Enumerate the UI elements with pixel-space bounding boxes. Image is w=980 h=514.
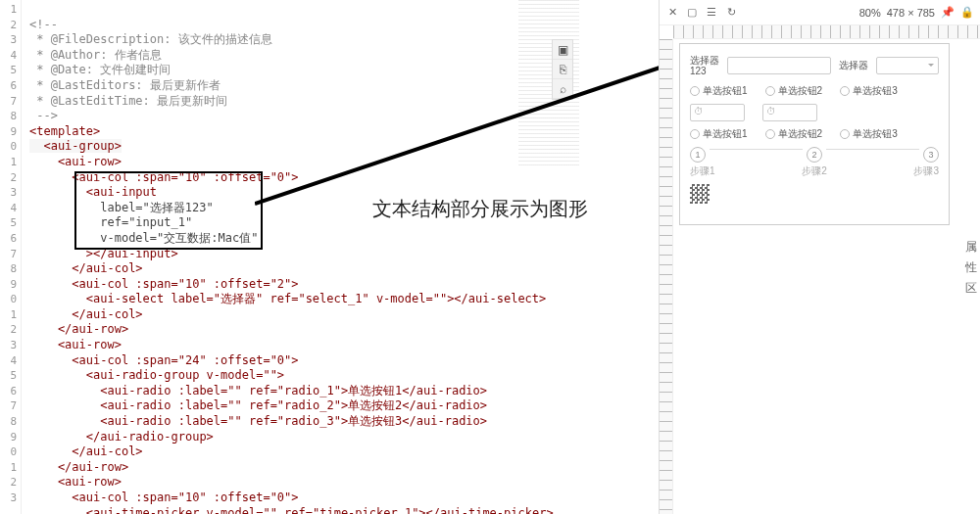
code-line: </aui-row>	[29, 460, 128, 474]
select-dropdown[interactable]	[876, 57, 939, 74]
step-label: 步骤2	[802, 164, 827, 178]
zoom-level[interactable]: 80%	[859, 7, 881, 19]
code-line: <aui-group>	[29, 139, 122, 153]
code-line: <!--	[29, 18, 58, 31]
step-item[interactable]: 3	[923, 147, 939, 163]
code-line: ref="input_1"	[29, 215, 192, 229]
radio-option[interactable]: 单选按钮3	[840, 84, 898, 98]
line-number: 3	[0, 338, 17, 353]
bounds-icon[interactable]: ▢	[685, 6, 699, 20]
line-number: 1	[0, 155, 17, 170]
step-label: 步骤1	[690, 164, 715, 178]
line-number: 9	[0, 277, 17, 293]
line-gutter: 1 2 3 4 5 6 7 8 9 0 1 2 3 4 5 6 7 8 9 0 …	[0, 0, 22, 514]
line-number: 2	[0, 475, 17, 491]
line-number: 8	[0, 109, 17, 124]
code-line: <aui-radio :label="" ref="radio_3">单选按钮3…	[29, 414, 487, 428]
radio-icon	[690, 129, 700, 139]
time-picker[interactable]	[690, 104, 745, 121]
toolbar-icon[interactable]: ⎘	[553, 60, 572, 79]
line-number: 2	[0, 18, 17, 33]
radio-option[interactable]: 单选按钮1	[690, 84, 748, 98]
ruler-vertical	[660, 39, 673, 514]
code-line: <aui-radio-group v-model="">	[29, 368, 284, 382]
text-input[interactable]	[727, 57, 831, 74]
step-number: 2	[807, 147, 822, 163]
radio-icon	[765, 86, 775, 96]
radio-icon	[765, 129, 775, 139]
radio-label: 单选按钮2	[778, 84, 823, 98]
radio-label: 单选按钮1	[703, 84, 748, 98]
code-line: <aui-col :span="10" :offset="2">	[29, 277, 299, 291]
radio-option[interactable]: 单选按钮2	[765, 84, 823, 98]
step-number: 1	[690, 147, 706, 163]
code-line: </aui-col>	[29, 307, 143, 321]
close-icon[interactable]: ✕	[665, 6, 679, 20]
line-number: 0	[0, 292, 17, 307]
code-line: <template>	[29, 124, 100, 138]
pin-icon[interactable]: 📌	[941, 6, 955, 20]
code-line: * @Date: 文件创建时间	[29, 63, 171, 76]
code-editor-pane: 1 2 3 4 5 6 7 8 9 0 1 2 3 4 5 6 7 8 9 0 …	[0, 0, 579, 514]
code-line: <aui-col :span="24" :offset="0">	[29, 353, 299, 367]
radio-option[interactable]: 单选按钮2	[765, 127, 823, 141]
radio-icon	[840, 86, 850, 96]
ruler-horizontal	[673, 25, 980, 39]
line-number: 3	[0, 185, 17, 201]
side-tab[interactable]: 性	[962, 259, 980, 276]
line-number: 7	[0, 247, 17, 262]
line-number: 6	[0, 78, 17, 94]
toolbar-icon[interactable]: ▣	[553, 40, 572, 60]
line-number: 1	[0, 460, 17, 476]
radio-group: 单选按钮1 单选按钮2 单选按钮3	[690, 127, 939, 141]
side-tab[interactable]: 区	[962, 280, 980, 297]
lock-icon[interactable]: 🔒	[960, 6, 974, 20]
radio-option[interactable]: 单选按钮3	[840, 127, 898, 141]
code-line: v-model="交互数据:Mac值"	[29, 231, 258, 245]
list-icon[interactable]: ☰	[705, 6, 718, 20]
line-number: 5	[0, 215, 17, 231]
line-number: 3	[0, 491, 17, 506]
code-line: ></aui-input>	[29, 247, 178, 260]
step-item[interactable]: 1	[690, 147, 706, 163]
radio-icon	[840, 129, 850, 139]
line-number: 2	[0, 322, 17, 338]
code-line: * @Author: 作者信息	[29, 48, 162, 62]
select-label: 选择器	[839, 59, 868, 72]
radio-label: 单选按钮2	[778, 127, 823, 141]
radio-group: 单选按钮1 单选按钮2 单选按钮3	[690, 84, 939, 98]
form-row: 选择器 123 选择器	[690, 54, 939, 76]
toolbar-icon[interactable]: ⌕	[553, 79, 572, 99]
code-line: </aui-col>	[29, 261, 143, 275]
code-line: <aui-time-picker v-model="" ref="time-pi…	[29, 506, 554, 514]
line-number: 1	[0, 307, 17, 323]
code-line: <aui-row>	[29, 475, 122, 489]
line-number: 8	[0, 261, 17, 277]
code-area[interactable]: <!-- * @FileDescription: 该文件的描述信息 * @Aut…	[22, 0, 579, 514]
steps-bar: 1 2 3	[690, 147, 939, 163]
code-line: </aui-row>	[29, 322, 128, 336]
preview-toolbar: ✕ ▢ ☰ ↻ 80% 478 × 785 📌 🔒	[660, 0, 980, 25]
line-number: 7	[0, 398, 17, 414]
code-line: <aui-select label="选择器" ref="select_1" v…	[29, 292, 546, 305]
canvas-dimensions: 478 × 785	[887, 7, 935, 19]
step-item[interactable]: 2	[807, 147, 822, 163]
time-picker[interactable]	[762, 104, 817, 121]
design-canvas[interactable]: 选择器 123 选择器 单选按钮1 单选按钮2 单选按钮3 单选按钮1 单选按钮…	[679, 43, 950, 225]
code-line: <aui-radio :label="" ref="radio_2">单选按钮2…	[29, 398, 487, 412]
time-picker-row	[690, 104, 939, 121]
line-number: 2	[0, 170, 17, 186]
code-line: * @LastEditors: 最后更新作者	[29, 78, 220, 92]
editor-quick-toolbar: ▣ ⎘ ⌕	[552, 39, 573, 100]
line-number: 0	[0, 444, 17, 460]
code-line: * @LastEditTime: 最后更新时间	[29, 94, 227, 108]
line-number: 3	[0, 32, 17, 48]
line-number: 9	[0, 124, 17, 140]
radio-option[interactable]: 单选按钮1	[690, 127, 748, 141]
preview-pane: ✕ ▢ ☰ ↻ 80% 478 × 785 📌 🔒 选择器 123 选择器 单选…	[659, 0, 980, 514]
step-connector	[826, 149, 919, 150]
code-line: <aui-radio :label="" ref="radio_1">单选按钮1…	[29, 384, 487, 397]
radio-icon	[690, 86, 700, 96]
side-tab[interactable]: 属	[962, 239, 980, 256]
refresh-icon[interactable]: ↻	[724, 6, 738, 20]
